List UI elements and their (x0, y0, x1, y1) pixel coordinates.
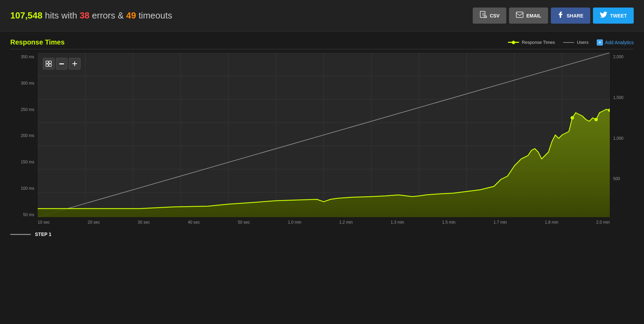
zoom-controls (43, 58, 80, 70)
email-label: EMAIL (526, 13, 541, 18)
chart-header: Response Times Response Times Users + Ad… (10, 38, 634, 46)
facebook-icon (558, 11, 564, 20)
zoom-fit-button[interactable] (43, 58, 54, 70)
step-bar: STEP 1 (10, 232, 634, 237)
x-axis: 10 sec 20 sec 30 sec 40 sec 50 sec 1.0 m… (10, 217, 634, 225)
tweet-button[interactable]: TWEET (593, 8, 634, 24)
chart-title: Response Times (10, 38, 65, 46)
x-label-10s: 10 sec (38, 220, 50, 225)
legend: Response Times Users + Add Analytics (508, 39, 634, 46)
tweet-label: TWEET (610, 13, 627, 18)
x-label-20s: 20 sec (88, 220, 100, 225)
svg-rect-6 (46, 64, 48, 66)
chart-section: Response Times Response Times Users + Ad… (0, 32, 644, 228)
svg-point-32 (594, 118, 598, 121)
hits-count: 107,548 (10, 10, 42, 21)
x-label-1-2min: 1.2 min (339, 220, 352, 225)
y-right-label-1000: 1,000 (613, 136, 623, 141)
y-label-50: 50 ms (23, 212, 34, 217)
legend-users: Users (563, 40, 589, 45)
x-label-50s: 50 sec (238, 220, 250, 225)
x-label-1-3min: 1.3 min (391, 220, 404, 225)
stats-text: 107,548 hits with 38 errors & 49 timeout… (10, 10, 172, 21)
email-icon (516, 12, 523, 20)
csv-button[interactable]: csv CSV (473, 8, 507, 24)
svg-text:csv: csv (484, 16, 487, 18)
y-right-label-1500: 1,500 (613, 95, 623, 100)
svg-rect-3 (516, 12, 523, 17)
hits-label: hits with (45, 10, 77, 21)
timeouts-count: 49 (126, 10, 136, 21)
svg-rect-7 (49, 64, 51, 66)
errors-label: errors & (92, 10, 124, 21)
x-label-1min: 1.0 min (288, 220, 301, 225)
svg-rect-4 (46, 61, 48, 63)
chart-area[interactable] (38, 53, 610, 217)
chart-divider (10, 49, 634, 49)
users-line-icon (563, 42, 574, 43)
action-buttons: csv CSV EMAIL SHARE (473, 8, 634, 24)
csv-label: CSV (490, 13, 500, 18)
x-label-1-5min: 1.5 min (442, 220, 455, 225)
zoom-out-button[interactable] (56, 58, 67, 70)
step-label: STEP 1 (35, 232, 51, 237)
users-legend-label: Users (577, 40, 589, 45)
add-analytics-button[interactable]: + Add Analytics (597, 39, 634, 46)
x-label-1-8min: 1.8 min (545, 220, 558, 225)
x-label-30s: 30 sec (138, 220, 150, 225)
share-button[interactable]: SHARE (551, 8, 590, 24)
zoom-in-button[interactable] (69, 58, 80, 70)
y-right-label-2000: 2,000 (613, 54, 623, 59)
csv-icon: csv (480, 11, 487, 20)
legend-response-times: Response Times (508, 40, 555, 45)
chart-wrapper: 350 ms 300 ms 250 ms 200 ms 150 ms 100 m… (10, 53, 634, 217)
svg-rect-5 (49, 61, 51, 63)
add-analytics-label: Add Analytics (605, 40, 634, 45)
timeouts-label: timeouts (138, 10, 172, 21)
twitter-icon (600, 12, 607, 20)
y-label-150: 150 ms (21, 160, 34, 164)
y-right-label-500: 500 (613, 176, 620, 181)
y-axis-left: 350 ms 300 ms 250 ms 200 ms 150 ms 100 m… (10, 53, 38, 217)
x-label-2min: 2.0 min (596, 220, 610, 225)
y-label-350: 350 ms (21, 54, 34, 59)
step-section: STEP 1 (0, 228, 644, 240)
stats-bar: 107,548 hits with 38 errors & 49 timeout… (0, 0, 644, 32)
errors-count: 38 (79, 10, 89, 21)
add-analytics-icon: + (597, 39, 603, 46)
x-label-40s: 40 sec (188, 220, 200, 225)
response-times-legend-label: Response Times (522, 40, 555, 45)
svg-point-31 (571, 116, 574, 120)
y-label-250: 250 ms (21, 107, 34, 112)
y-label-100: 100 ms (21, 186, 34, 191)
email-button[interactable]: EMAIL (509, 8, 548, 24)
y-label-300: 300 ms (21, 81, 34, 86)
y-label-200: 200 ms (21, 133, 34, 138)
x-label-1-7min: 1.7 min (493, 220, 507, 225)
chart-svg (38, 53, 610, 217)
response-times-line-icon (508, 42, 519, 43)
step-line (10, 234, 31, 235)
y-axis-right: 2,000 1,500 1,000 500 (610, 53, 634, 217)
share-label: SHARE (567, 13, 583, 18)
svg-rect-10 (72, 63, 77, 64)
svg-rect-8 (59, 63, 64, 64)
